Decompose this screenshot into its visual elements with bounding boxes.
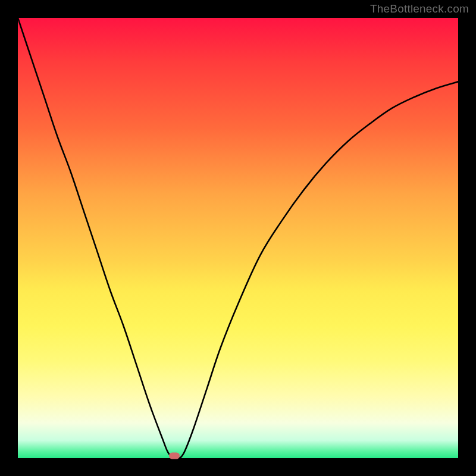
optimal-marker — [169, 453, 180, 459]
chart-frame: TheBottleneck.com — [0, 0, 476, 476]
watermark-text: TheBottleneck.com — [370, 2, 469, 15]
plot-area — [18, 18, 458, 458]
bottleneck-curve — [18, 18, 458, 458]
